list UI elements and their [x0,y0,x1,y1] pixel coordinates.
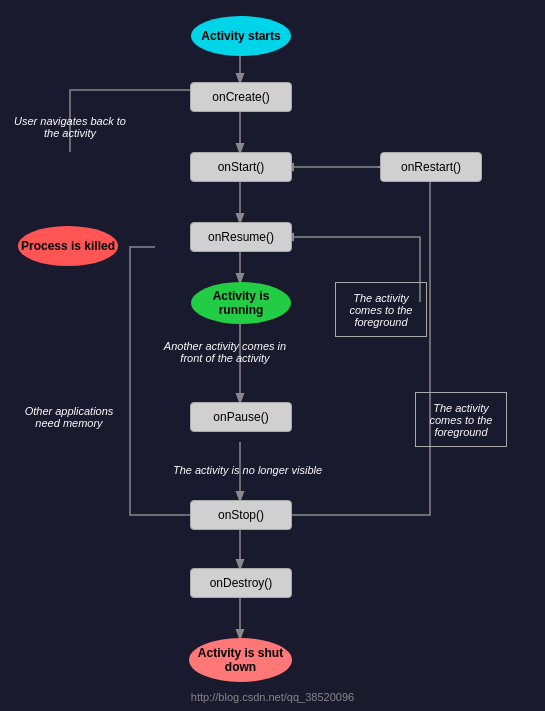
user-navigates-label: User navigates back to the activity [14,115,126,139]
activity-running-node: Activity is running [191,282,291,324]
other-apps-label: Other applications need memory [14,405,124,429]
activity-shutdown-node: Activity is shut down [189,638,292,682]
watermark: http://blog.csdn.net/qq_38520096 [191,691,354,703]
comes-to-foreground-1-node: The activity comes to the foreground [335,282,427,337]
on-pause-node: onPause() [190,402,292,432]
on-resume-node: onResume() [190,222,292,252]
process-killed-node: Process is killed [18,226,118,266]
on-stop-node: onStop() [190,500,292,530]
another-activity-label: Another activity comes in front of the a… [155,340,295,364]
on-restart-node: onRestart() [380,152,482,182]
lifecycle-diagram: Activity starts onCreate() onStart() onR… [0,0,545,711]
on-create-node: onCreate() [190,82,292,112]
not-visible-label: The activity is no longer visible [155,464,340,476]
activity-starts-node: Activity starts [191,16,291,56]
on-destroy-node: onDestroy() [190,568,292,598]
comes-to-foreground-2-node: The activity comes to the foreground [415,392,507,447]
on-start-node: onStart() [190,152,292,182]
